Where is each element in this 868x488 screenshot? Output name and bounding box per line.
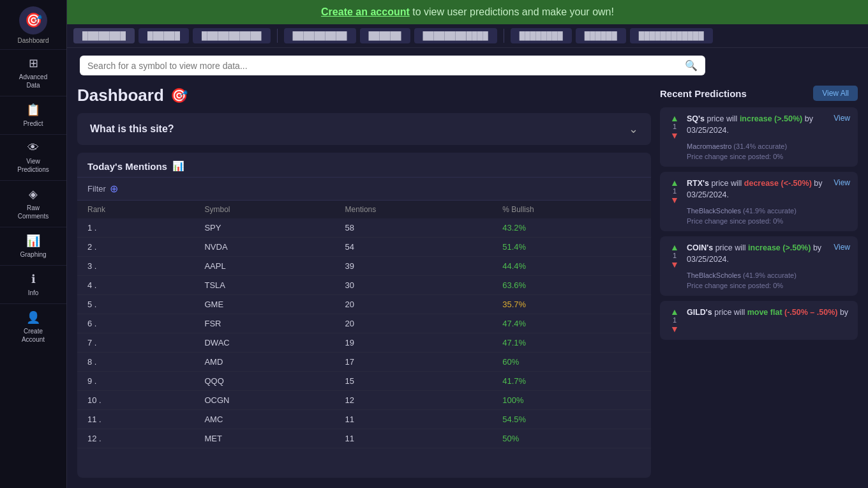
prediction-view-button[interactable]: View [834,114,850,123]
cell-symbol: AMD [194,353,334,372]
sidebar-create-account-label: CreateAccount [22,327,45,344]
view-all-button[interactable]: View All [813,86,858,101]
pred-rank: 1 [673,123,677,130]
pred-arrows: ▲ 1 ▼ [668,307,682,333]
search-wrapper: 🔍 [80,56,705,75]
tab-4[interactable]: ██████████ [284,28,356,43]
pred-text: SQ's price will increase (>.50%) by 03/2… [687,114,828,136]
col-rank: Rank [77,201,194,218]
main-content: Create an account to view user predictio… [67,0,868,488]
table-row[interactable]: 8 . AMD 17 60% [77,353,651,372]
table-row[interactable]: 7 . DWAC 19 47.1% [77,333,651,353]
sidebar-item-create-account[interactable]: 👤 CreateAccount [0,303,66,350]
predictions-list: ▲ 1 ▼ SQ's price will increase (>.50%) b… [660,107,858,478]
top-banner: Create an account to view user predictio… [67,0,868,24]
arrow-up-icon: ▲ [670,178,679,187]
dashboard-logo-icon: 🎯 [19,6,47,34]
table-row[interactable]: 11 . AMC 11 54.5% [77,410,651,429]
banner-text: Create an account to view user predictio… [321,6,614,17]
table-row[interactable]: 4 . TSLA 30 63.6% [77,276,651,295]
prediction-view-button[interactable]: View [834,243,850,252]
sidebar: 🎯 Dashboard ⊞ AdvancedData 📋 Predict 👁 V… [0,0,67,488]
table-row[interactable]: 3 . AAPL 39 44.4% [77,257,651,276]
mentions-tbody: 1 . SPY 58 43.2% 2 . NVDA 54 51.4% 3 . A… [77,218,651,448]
page-title: Dashboard [77,86,164,105]
pred-arrows: ▲ 1 ▼ [668,114,682,140]
tab-2[interactable]: ██████ [138,28,189,43]
filter-row: Filter ⊕ [77,178,651,201]
table-row[interactable]: 12 . MET 11 50% [77,429,651,448]
pred-text: RTX's price will decrease (<-.50%) by 03… [687,178,828,201]
predict-icon: 📋 [26,103,40,117]
sidebar-item-raw-comments[interactable]: ◈ RawComments [0,180,66,227]
pred-card-top: ▲ 1 ▼ RTX's price will decrease (<-.50%)… [668,178,850,204]
mentions-title: Today's Mentions [87,161,167,172]
tab-6[interactable]: ████████████ [414,28,497,43]
search-input[interactable] [87,61,685,71]
tab-3[interactable]: ███████████ [193,28,271,43]
cell-symbol: OCGN [194,391,334,410]
view-predictions-icon: 👁 [27,141,39,155]
cell-symbol: GME [194,295,334,314]
cell-mentions: 39 [335,257,493,276]
cell-bullish: 47.1% [492,333,651,353]
what-is-title: What is this site? [90,123,174,135]
table-row[interactable]: 10 . OCGN 12 100% [77,391,651,410]
sidebar-item-predict[interactable]: 📋 Predict [0,96,66,134]
what-is-accordion[interactable]: What is this site? ⌄ [77,113,651,145]
sidebar-item-advanced-data[interactable]: ⊞ AdvancedData [0,49,66,96]
tab-bar: ████████ ██████ ███████████ ██████████ █… [67,24,868,48]
tab-9[interactable]: ████████████ [630,28,713,43]
cell-mentions: 11 [335,410,493,429]
table-row[interactable]: 6 . FSR 20 47.4% [77,314,651,333]
tab-5[interactable]: ██████ [360,28,410,43]
cell-symbol: FSR [194,314,334,333]
cell-symbol: TSLA [194,276,334,295]
cell-symbol: NVDA [194,238,334,257]
tab-1[interactable]: ████████ [73,28,135,43]
table-row[interactable]: 5 . GME 20 35.7% [77,295,651,314]
sidebar-item-view-predictions[interactable]: 👁 ViewPredictions [0,134,66,180]
create-account-icon: 👤 [26,310,40,324]
tab-7[interactable]: ████████ [511,28,572,43]
pred-arrows: ▲ 1 ▼ [668,178,682,204]
cell-rank: 3 . [77,257,194,276]
table-row[interactable]: 2 . NVDA 54 51.4% [77,238,651,257]
prediction-card: ▲ 1 ▼ COIN's price will increase (>.50%)… [660,236,858,296]
table-header-row: Rank Symbol Mentions % Bullish [77,201,651,218]
search-button[interactable]: 🔍 [685,59,698,72]
pred-arrows: ▲ 1 ▼ [668,243,682,269]
sidebar-item-info[interactable]: ℹ Info [0,265,66,303]
cell-rank: 5 . [77,295,194,314]
chevron-down-icon: ⌄ [629,122,638,136]
filter-add-icon[interactable]: ⊕ [110,183,118,195]
cell-mentions: 20 [335,314,493,333]
cell-bullish: 50% [492,429,651,448]
search-area: 🔍 [67,48,868,83]
cell-bullish: 47.4% [492,314,651,333]
cell-mentions: 30 [335,276,493,295]
tab-8[interactable]: ██████ [576,28,626,43]
arrow-down-icon: ▼ [670,131,679,140]
cell-symbol: QQQ [194,372,334,391]
table-row[interactable]: 9 . QQQ 15 41.7% [77,372,651,391]
cell-bullish: 35.7% [492,295,651,314]
arrow-down-icon: ▼ [670,195,679,204]
cell-symbol: AMC [194,410,334,429]
col-mentions: Mentions [335,201,493,218]
sidebar-predict-label: Predict [23,119,43,128]
create-account-link[interactable]: Create an account [321,6,410,17]
table-row[interactable]: 1 . SPY 58 43.2% [77,218,651,238]
cell-bullish: 51.4% [492,238,651,257]
cell-mentions: 20 [335,295,493,314]
pred-card-top: ▲ 1 ▼ SQ's price will increase (>.50%) b… [668,114,850,140]
cell-bullish: 54.5% [492,410,651,429]
cell-rank: 8 . [77,353,194,372]
sidebar-info-label: Info [28,289,39,297]
arrow-up-icon: ▲ [670,307,679,316]
prediction-view-button[interactable]: View [834,178,850,187]
sidebar-item-graphing[interactable]: 📊 Graphing [0,227,66,265]
sidebar-logo[interactable]: 🎯 Dashboard [0,0,66,49]
cell-mentions: 15 [335,372,493,391]
arrow-up-icon: ▲ [670,243,679,252]
